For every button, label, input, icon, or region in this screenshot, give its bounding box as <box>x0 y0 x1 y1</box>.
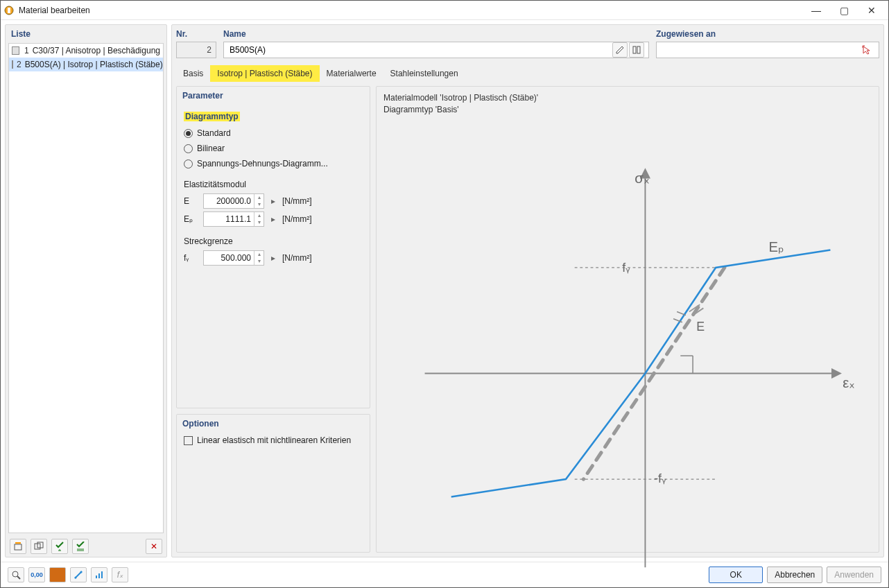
edit-name-button[interactable] <box>612 42 628 58</box>
help-button[interactable] <box>8 567 24 582</box>
units-button[interactable]: 0,00 <box>28 567 45 582</box>
fy-input[interactable]: 500.000 ▴▾ <box>203 250 264 266</box>
E-value: 200000.0 <box>204 196 254 206</box>
eps-axis-label: εₓ <box>843 374 855 390</box>
fy-unit: [N/mm²] <box>282 253 312 263</box>
radio-stress-strain[interactable]: Spannungs-Dehnungs-Diagramm... <box>184 156 363 171</box>
magnifier-icon <box>11 570 21 580</box>
spinner-icon[interactable]: ▴▾ <box>254 194 264 208</box>
Ep-input[interactable]: 1111.1 ▴▾ <box>203 211 264 227</box>
svg-rect-30 <box>96 576 97 578</box>
material-list-panel: Liste 1 C30/37 | Anisotrop | Beschädigun… <box>5 24 167 557</box>
diagram-button[interactable] <box>91 567 107 582</box>
radio-icon <box>184 144 193 153</box>
radio-standard[interactable]: Standard <box>184 126 363 141</box>
step-arrow-icon[interactable]: ▸ <box>268 214 278 224</box>
parameter-title: Parameter <box>177 87 370 105</box>
main-content: Liste 1 C30/37 | Anisotrop | Beschädigun… <box>1 20 888 562</box>
book-icon <box>632 45 641 55</box>
radio-bilinear-label: Bilinear <box>197 144 225 153</box>
E-diagram-label: E <box>696 320 705 334</box>
Ep-diagram-label: Eₚ <box>768 239 784 254</box>
minimize-button[interactable]: — <box>802 1 830 20</box>
nr-value: 2 <box>176 42 216 58</box>
diagram-header: Materialmodell 'Isotrop | Plastisch (Stä… <box>377 87 879 121</box>
E-row: E 200000.0 ▴▾ ▸ [N/mm²] <box>184 192 363 210</box>
svg-line-15 <box>495 479 566 585</box>
svg-rect-32 <box>101 571 103 578</box>
svg-point-29 <box>80 571 83 573</box>
list-item[interactable]: 1 C30/37 | Anisotrop | Beschädigung <box>9 44 163 58</box>
radio-stress-strain-label: Spannungs-Dehnungs-Diagramm... <box>197 159 328 168</box>
Ep-unit: [N/mm²] <box>282 214 312 224</box>
radio-bilinear[interactable]: Bilinear <box>184 141 363 156</box>
Ep-row: Eₚ 1111.1 ▴▾ ▸ [N/mm²] <box>184 210 363 228</box>
diagram-panel: Materialmodell 'Isotrop | Plastisch (Stä… <box>376 86 879 553</box>
pick-assigned-button[interactable] <box>859 42 874 58</box>
parameter-panel: Parameter Diagrammtyp Standard Bilinear <box>176 86 370 408</box>
function-button[interactable]: fₓ <box>112 567 128 582</box>
svg-point-25 <box>12 571 18 577</box>
Ep-value: 1111.1 <box>204 214 254 224</box>
fy-label: fᵧ <box>184 253 199 263</box>
name-field: Name <box>223 29 649 58</box>
svg-point-28 <box>75 577 77 579</box>
tab-materialwerte[interactable]: Materialwerte <box>320 65 383 82</box>
list-item-label: C30/37 | Anisotrop | Beschädigung <box>33 46 160 55</box>
check-down-button[interactable] <box>51 539 68 554</box>
options-title: Optionen <box>177 415 370 433</box>
member-icon <box>74 570 83 580</box>
fy-row: fᵧ 500.000 ▴▾ ▸ [N/mm²] <box>184 249 363 267</box>
color-swatch-button[interactable] <box>49 567 66 582</box>
delete-item-button[interactable]: ✕ <box>146 539 162 554</box>
svg-line-11 <box>654 268 725 374</box>
assigned-input[interactable] <box>661 42 859 58</box>
name-label: Name <box>223 29 649 39</box>
list-item-index: 1 <box>23 46 29 55</box>
spinner-icon[interactable]: ▴▾ <box>254 212 264 226</box>
material-swatch-icon <box>12 46 19 55</box>
spinner-icon[interactable]: ▴▾ <box>254 251 264 265</box>
E-unit: [N/mm²] <box>282 196 312 206</box>
close-button[interactable]: ✕ <box>858 1 886 20</box>
E-input[interactable]: 200000.0 ▴▾ <box>203 193 264 209</box>
list-item-label: B500S(A) | Isotrop | Plastisch (Stäbe) <box>25 60 163 69</box>
nr-field: Nr. 2 <box>176 29 216 58</box>
pick-cursor-icon <box>862 45 872 55</box>
tab-basis[interactable]: Basis <box>176 65 210 82</box>
step-arrow-icon[interactable]: ▸ <box>268 253 278 263</box>
svg-line-12 <box>583 373 654 479</box>
copy-item-button[interactable] <box>31 539 47 554</box>
chart-icon <box>94 570 104 580</box>
tab-isotrop-plastisch[interactable]: Isotrop | Plastisch (Stäbe) <box>210 65 319 82</box>
material-list[interactable]: 1 C30/37 | Anisotrop | Beschädigung 2 B5… <box>8 43 164 533</box>
list-item-index: 2 <box>17 60 21 69</box>
radio-icon <box>184 159 193 168</box>
svg-rect-2 <box>15 544 21 550</box>
window-title: Material bearbeiten <box>19 6 802 15</box>
check-downall-button[interactable] <box>72 539 89 554</box>
library-button[interactable] <box>629 42 644 58</box>
checkbox-icon <box>184 436 193 445</box>
svg-rect-5 <box>633 46 636 53</box>
fy-value: 500.000 <box>204 253 254 263</box>
list-toolbar: ✕ <box>6 536 166 557</box>
step-arrow-icon[interactable]: ▸ <box>268 196 278 206</box>
tab-bar: Basis Isotrop | Plastisch (Stäbe) Materi… <box>176 65 879 82</box>
name-input[interactable] <box>228 42 612 58</box>
new-item-button[interactable] <box>10 539 26 554</box>
parameter-column: Parameter Diagrammtyp Standard Bilinear <box>176 86 370 553</box>
list-header: Liste <box>6 25 166 43</box>
tab-stahleinstellungen[interactable]: Stahleinstellungen <box>383 65 465 82</box>
options-panel: Optionen Linear elastisch mit nichtlinea… <box>176 414 370 553</box>
member-button[interactable] <box>70 567 87 582</box>
maximize-button[interactable]: ▢ <box>830 1 858 20</box>
list-item[interactable]: 2 B500S(A) | Isotrop | Plastisch (Stäbe) <box>9 58 163 71</box>
stress-strain-diagram: σₓ εₓ fᵧ -fᵧ E Eₚ <box>381 126 874 586</box>
radio-standard-label: Standard <box>197 128 231 138</box>
linear-elastic-checkbox[interactable]: Linear elastisch mit nichtlinearen Krite… <box>177 433 370 448</box>
top-fields: Nr. 2 Name <box>172 25 883 58</box>
edit-material-dialog: Material bearbeiten — ▢ ✕ Liste 1 C30/37… <box>0 0 889 588</box>
elasticity-label: Elastizitätsmodul <box>184 180 363 189</box>
material-swatch-icon <box>12 60 13 69</box>
